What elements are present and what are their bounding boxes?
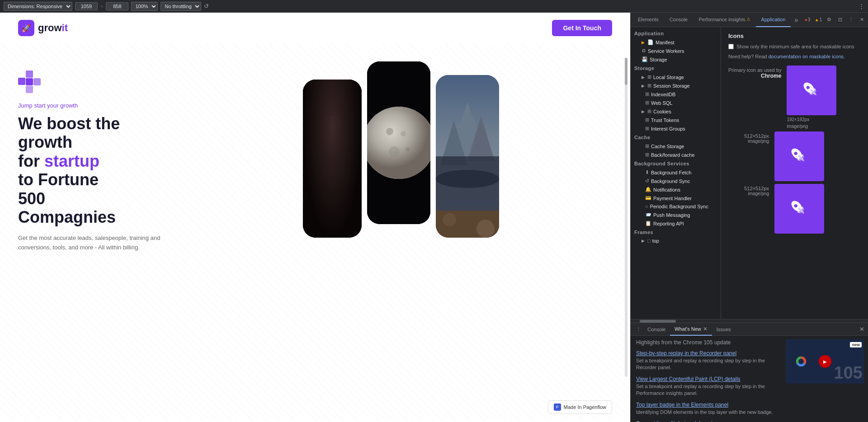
push-messaging-icon: 📨 — [645, 212, 651, 218]
tab-console[interactable]: Console — [664, 13, 693, 27]
sidebar-item-back-forward-cache[interactable]: ⊞ Back/forward cache — [631, 150, 721, 159]
icon-row-3: 512×512px image/png — [728, 184, 861, 234]
sidebar-item-periodic-bg-sync[interactable]: ○ Periodic Background Sync — [631, 202, 721, 211]
video-thumbnail[interactable]: ▶ new 105 — [786, 339, 864, 384]
sidebar-item-cache-storage[interactable]: ⊞ Cache Storage — [631, 142, 721, 150]
sidebar-item-payment-handler[interactable]: 💳 Payment Handler — [631, 194, 721, 202]
sidebar-item-notifications[interactable]: 🔔 Notifications — [631, 185, 721, 194]
video-thumbnail-container: ▶ new 105 — [782, 336, 868, 422]
sidebar-item-reporting-api[interactable]: 📋 Reporting API — [631, 219, 721, 228]
console-item-2-title[interactable]: View Largest Contentful Paint (LCP) deta… — [636, 376, 777, 382]
tab-elements[interactable]: Elements — [632, 13, 664, 27]
console-tab-whats-new[interactable]: What's New ✕ — [670, 323, 712, 336]
sidebar-item-interest-groups[interactable]: ⊞ Interest Groups — [631, 124, 721, 133]
sidebar-section-application: Application — [631, 29, 721, 38]
svg-point-7 — [319, 116, 346, 152]
storage-label: Storage — [650, 57, 667, 62]
indexeddb-icon: ⊞ — [645, 91, 649, 97]
payment-handler-icon: 💳 — [645, 195, 651, 201]
close-devtools-icon[interactable]: ✕ — [857, 15, 866, 24]
console-item-4[interactable]: Support live edit during debugging Edit … — [636, 420, 777, 422]
sidebar-item-indexeddb[interactable]: ⊞ IndexedDB — [631, 90, 721, 98]
settings-icon[interactable]: ⚙ — [825, 15, 834, 24]
preview-site: 🚀 growit Get In Touch — [0, 13, 630, 422]
console-tab-console[interactable]: Console — [643, 323, 670, 336]
chrome-label: Chrome — [761, 73, 781, 79]
console-item-3[interactable]: Top layer badge in the Elements panel Id… — [636, 402, 777, 416]
local-storage-label: Local Storage — [653, 75, 684, 80]
whats-new-close-icon[interactable]: ✕ — [703, 326, 708, 332]
more-tools-icon[interactable]: ⋮ — [846, 15, 855, 24]
height-input[interactable] — [106, 2, 128, 10]
scrollbar-thumb — [625, 58, 627, 85]
video-play-button[interactable]: ▶ — [819, 355, 831, 368]
tab-overflow[interactable]: » — [791, 16, 802, 23]
manifest-expand-icon: ▶ — [642, 40, 645, 45]
sidebar-item-bg-sync[interactable]: ↺ Background Sync — [631, 177, 721, 185]
devtools-panel: Elements Console Performance insights ⚠ … — [630, 13, 868, 422]
console-item-1-title[interactable]: Step-by-step replay in the Recorder pane… — [636, 350, 777, 356]
devtools-console: ⋮ Console What's New ✕ Issues ✕ Highligh… — [631, 323, 868, 422]
sidebar-item-bg-fetch[interactable]: ⬇ Background Fetch — [631, 168, 721, 177]
preview-scrollbar[interactable] — [625, 58, 627, 377]
svg-point-12 — [386, 128, 393, 135]
sidebar-section-bg-services: Background Services — [631, 159, 721, 168]
more-options-icon[interactable]: ⋮ — [859, 3, 864, 9]
trust-tokens-icon: ⊞ — [645, 117, 649, 123]
indexeddb-label: IndexedDB — [651, 92, 675, 97]
devtools-horizontal-scrollbar[interactable] — [631, 319, 868, 323]
sidebar-item-manifest[interactable]: ▶ 📄 Manifest — [631, 38, 721, 47]
maskable-checkbox[interactable] — [728, 44, 734, 49]
tab-performance-insights[interactable]: Performance insights ⚠ — [693, 13, 755, 27]
cache-storage-label: Cache Storage — [651, 144, 684, 149]
refresh-icon[interactable]: ↺ — [204, 3, 209, 9]
console-menu-icon[interactable]: ⋮ — [634, 326, 643, 332]
video-new-badge: new — [850, 342, 862, 347]
svg-point-14 — [389, 146, 400, 157]
icon-row-2: 512×512px image/png — [728, 131, 861, 181]
tab-icons: ● 3 ▲ 1 ⚙ ⊡ ⋮ ✕ — [803, 15, 866, 24]
sidebar-item-session-storage[interactable]: ▶ ⊞ Session Storage — [631, 81, 721, 90]
zoom-select[interactable]: 100% — [131, 2, 158, 11]
console-item-3-title[interactable]: Top layer badge in the Elements panel — [636, 402, 777, 408]
devtools-top-area: Application ▶ 📄 Manifest ⚙ Service Worke… — [631, 27, 868, 323]
cache-storage-icon: ⊞ — [645, 143, 649, 149]
sidebar-item-web-sql[interactable]: ⊞ Web SQL — [631, 98, 721, 107]
svg-rect-0 — [18, 78, 25, 85]
console-tab-issues[interactable]: Issues — [712, 323, 736, 336]
icon-info-2: 512×512px image/png — [728, 131, 769, 144]
tab-application[interactable]: Application — [756, 13, 791, 27]
dock-icon[interactable]: ⊡ — [835, 15, 844, 24]
sidebar-item-push-messaging[interactable]: 📨 Push Messaging — [631, 211, 721, 219]
icon-info-1: Primary icon as used by Chrome — [728, 66, 781, 79]
sidebar-item-service-workers[interactable]: ⚙ Service Workers — [631, 47, 721, 55]
hero-icon — [18, 70, 190, 95]
icon-size-1: 192×192px — [787, 117, 809, 122]
dimensions-select[interactable]: Dimensions: Responsive — [4, 2, 72, 11]
sidebar-item-trust-tokens[interactable]: ⊞ Trust Tokens — [631, 116, 721, 124]
frame-icon: □ — [647, 238, 651, 244]
sidebar-item-storage[interactable]: 💾 Storage — [631, 55, 721, 64]
console-close-btn[interactable]: ✕ — [856, 326, 864, 333]
console-item-4-title[interactable]: Support live edit during debugging — [636, 420, 777, 422]
sidebar-section-storage: Storage — [631, 64, 721, 73]
sidebar-item-frames-top[interactable]: ▶ □ top — [631, 237, 721, 245]
headline-line2: growth — [18, 133, 72, 151]
cookies-label: Cookies — [653, 109, 671, 114]
width-input[interactable] — [75, 2, 98, 10]
reporting-api-icon: 📋 — [645, 220, 651, 226]
svg-rect-4 — [26, 86, 33, 93]
console-item-1[interactable]: Step-by-step replay in the Recorder pane… — [636, 350, 777, 371]
sidebar-item-local-storage[interactable]: ▶ ⊞ Local Storage — [631, 73, 721, 81]
sidebar-section-cache: Cache — [631, 133, 721, 142]
cta-button[interactable]: Get In Touch — [552, 20, 612, 36]
session-storage-icon: ⊞ — [647, 83, 651, 89]
icon-format-label-2: image/png — [748, 139, 769, 144]
close-console-icon[interactable]: ✕ — [859, 326, 864, 333]
throttle-select[interactable]: No throttling — [160, 2, 201, 11]
sidebar-item-cookies[interactable]: ▶ ⊞ Cookies — [631, 107, 721, 116]
help-link[interactable]: documentation on maskable icons — [769, 54, 844, 59]
console-item-2[interactable]: View Largest Contentful Paint (LCP) deta… — [636, 376, 777, 397]
payment-handler-label: Payment Handler — [653, 196, 692, 201]
bg-sync-label: Background Sync — [651, 178, 690, 184]
